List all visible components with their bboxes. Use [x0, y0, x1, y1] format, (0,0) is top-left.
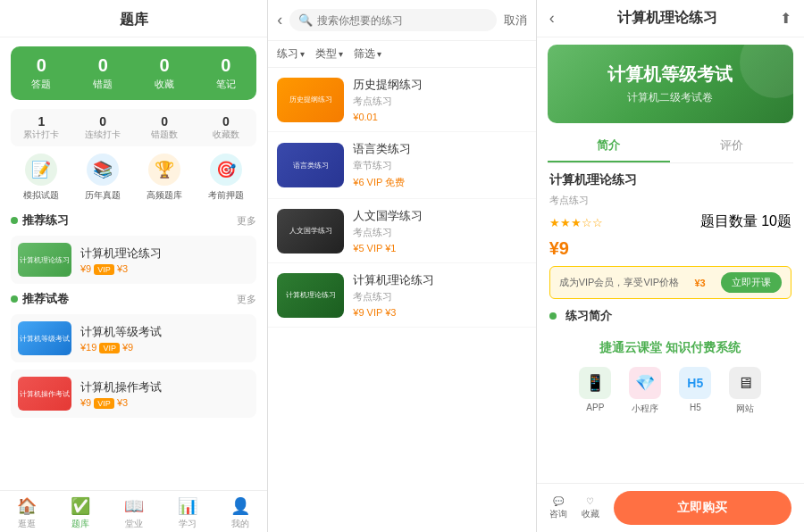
- more-practice-link[interactable]: 更多: [237, 214, 256, 228]
- vip-promo-price: ¥3: [694, 278, 705, 288]
- p1-icon-3[interactable]: 🎯 考前押题: [208, 154, 244, 202]
- p1-icon-0[interactable]: 📝 模拟试题: [23, 154, 59, 202]
- platform-title: 捷通云课堂 知识付费系统: [549, 340, 791, 356]
- platform-website: 🖥 网站: [729, 367, 761, 415]
- prediction-icon: 🎯: [210, 154, 242, 186]
- p1-practice-card-0[interactable]: 计算机理论练习 计算机理论练习 ¥9 VIP ¥3: [11, 236, 256, 284]
- p1-recommend-practice-header: 推荐练习 更多: [0, 209, 267, 232]
- cancel-button[interactable]: 取消: [504, 12, 527, 29]
- set-info-1: 计算机操作考试 ¥9 VIP ¥3: [80, 379, 249, 408]
- panel-tiku: 题库 0 答题 0 错题 0 收藏 0 笔记 1 累计打卡: [0, 0, 268, 532]
- class-icon: 📖: [124, 496, 144, 516]
- buy-button[interactable]: 立即购买: [614, 491, 791, 525]
- item-info-1: 语言类练习 章节练习 ¥6 VIP 免费: [353, 141, 526, 189]
- p3-header: ‹ 计算机理论练习 ⬆: [537, 0, 804, 37]
- tab-intro[interactable]: 简介: [548, 130, 671, 162]
- p3-back-button[interactable]: ‹: [549, 9, 555, 28]
- share-icon[interactable]: ⬆: [780, 10, 791, 27]
- search-bar[interactable]: 🔍: [289, 9, 496, 31]
- nav-tiku[interactable]: ✅ 题库: [54, 496, 107, 530]
- p1-streak-1: 0 连续打卡: [72, 114, 134, 141]
- profile-icon: 👤: [230, 496, 250, 516]
- mock-exam-icon: 📝: [25, 154, 57, 186]
- miniprogram-icon: 💎: [629, 367, 661, 399]
- history-exam-icon: 📚: [87, 154, 119, 186]
- p2-list: 历史提纲练习 历史提纲练习 考点练习 ¥0.01 语言类练习 语言类练习 章节练…: [268, 68, 535, 532]
- set-price-0: ¥19 VIP ¥9: [80, 342, 249, 353]
- open-course-button[interactable]: 立即开课: [721, 272, 782, 293]
- p3-info-row: ★★★☆☆ 题目数量 10题: [549, 212, 791, 231]
- consult-icon[interactable]: 💬 咨询: [549, 496, 567, 520]
- p1-stat-answers: 0 答题: [11, 55, 72, 91]
- p3-banner: 计算机等级考试 计算机二级考试卷: [548, 45, 793, 123]
- h5-icon: H5: [679, 367, 711, 399]
- practice-info-0: 计算机理论练习 ¥9 VIP ¥3: [80, 245, 249, 274]
- p1-icon-2[interactable]: 🏆 高频题库: [147, 154, 182, 202]
- home-icon: 🏠: [17, 496, 37, 516]
- p1-icon-1[interactable]: 📚 历年真题: [85, 154, 121, 202]
- filter-type[interactable]: 类型: [315, 46, 343, 62]
- practice-thumb-0: 计算机理论练习: [18, 243, 71, 277]
- item-info-2: 人文国学练习 考点练习 ¥5 VIP ¥1: [353, 208, 526, 254]
- back-button[interactable]: ‹: [277, 11, 282, 29]
- list-item[interactable]: 计算机理论练习 计算机理论练习 考点练习 ¥9 VIP ¥3: [268, 263, 535, 328]
- item-thumb-1: 语言类练习: [277, 143, 344, 187]
- p1-title: 题库: [0, 0, 267, 37]
- p1-set-card-1[interactable]: 计算机操作考试 计算机操作考试 ¥9 VIP ¥3: [11, 370, 256, 418]
- vip-promo-text: 成为VIP会员，享受VIP价格: [559, 276, 679, 289]
- study-icon: 📊: [178, 496, 197, 516]
- more-sets-link[interactable]: 更多: [237, 293, 256, 306]
- p3-intro-content: 捷通云课堂 知识付费系统 📱 APP 💎 小程序 H5 H5: [549, 331, 791, 424]
- p3-stars: ★★★☆☆: [549, 214, 603, 230]
- platform-miniprogram: 💎 小程序: [629, 367, 661, 415]
- p3-banner-title: 计算机等级考试: [562, 62, 779, 87]
- tab-review[interactable]: 评价: [670, 130, 793, 162]
- p1-stat-favorites: 0 收藏: [134, 55, 196, 91]
- p3-title: 计算机理论练习: [617, 9, 717, 28]
- search-input[interactable]: [317, 14, 487, 27]
- nav-profile[interactable]: 👤 我的: [214, 496, 267, 530]
- frequent-icon: 🏆: [148, 154, 180, 186]
- p1-bottom-nav: 🏠 逛逛 ✅ 题库 📖 堂业 📊 学习 👤 我的: [0, 490, 267, 532]
- item-info-3: 计算机理论练习 考点练习 ¥9 VIP ¥3: [353, 272, 526, 318]
- green-dot-icon3: [549, 312, 557, 320]
- green-dot-icon2: [11, 295, 18, 303]
- p3-intro-title: 练习简介: [549, 308, 791, 324]
- nav-study[interactable]: 📊 学习: [161, 496, 214, 530]
- green-dot-icon: [11, 217, 18, 224]
- set-thumb-0: 计算机等级考试: [18, 321, 71, 355]
- platform-app: 📱 APP: [579, 367, 611, 415]
- list-item[interactable]: 历史提纲练习 历史提纲练习 考点练习 ¥0.01: [268, 68, 535, 132]
- nav-home[interactable]: 🏠 逛逛: [0, 496, 54, 530]
- platform-h5: H5 H5: [679, 367, 711, 415]
- heart-icon: ♡: [586, 496, 594, 506]
- p3-banner-sub: 计算机二级考试卷: [562, 90, 779, 105]
- chat-icon: 💬: [553, 496, 564, 506]
- p1-streak-0: 1 累计打卡: [11, 114, 72, 141]
- topic-count-label: 题目数量: [700, 213, 758, 229]
- item-info-0: 历史提纲练习 考点练习 ¥0.01: [353, 77, 526, 122]
- collect-icon[interactable]: ♡ 收藏: [582, 496, 599, 520]
- panel-search: ‹ 🔍 取消 练习 类型 筛选 历史提纲练习 历史提纲练习 考点练习 ¥0.01: [268, 0, 536, 532]
- p1-streak-3: 0 收藏数: [195, 114, 256, 141]
- p2-filter-bar: 练习 类型 筛选: [268, 41, 535, 68]
- set-thumb-1: 计算机操作考试: [18, 377, 71, 411]
- p1-stat-num-0: 0: [11, 55, 72, 76]
- p1-stat-notes: 0 笔记: [195, 55, 256, 91]
- p1-stats-bar: 0 答题 0 错题 0 收藏 0 笔记: [11, 46, 256, 100]
- platform-icons: 📱 APP 💎 小程序 H5 H5 🖥 网站: [549, 367, 791, 415]
- nav-class[interactable]: 📖 堂业: [107, 496, 161, 530]
- list-item[interactable]: 语言类练习 语言类练习 章节练习 ¥6 VIP 免费: [268, 132, 535, 199]
- item-thumb-2: 人文国学练习: [277, 209, 344, 254]
- list-item[interactable]: 人文国学练习 人文国学练习 考点练习 ¥5 VIP ¥1: [268, 199, 535, 263]
- p3-price: ¥9: [549, 238, 569, 259]
- website-icon: 🖥: [729, 367, 761, 399]
- p1-stat-errors: 0 错题: [72, 55, 134, 91]
- filter-practice[interactable]: 练习: [277, 46, 305, 62]
- filter-screen[interactable]: 筛选: [354, 46, 381, 62]
- search-icon: 🔍: [298, 13, 313, 27]
- p1-streak-bar: 1 累计打卡 0 连续打卡 0 错题数 0 收藏数: [11, 109, 256, 146]
- practice-price-0: ¥9 VIP ¥3: [80, 263, 249, 274]
- p1-set-card-0[interactable]: 计算机等级考试 计算机等级考试 ¥19 VIP ¥9: [11, 314, 256, 362]
- p3-vip-promo: 成为VIP会员，享受VIP价格 ¥3 立即开课: [549, 266, 791, 299]
